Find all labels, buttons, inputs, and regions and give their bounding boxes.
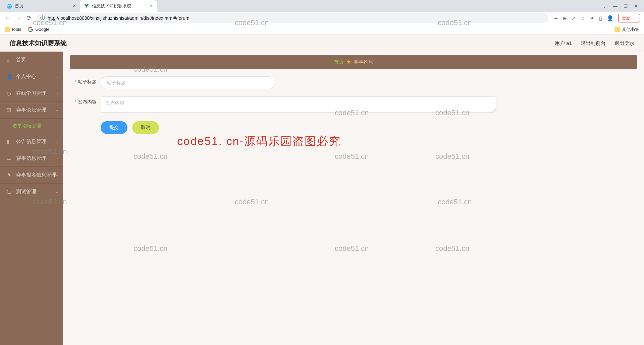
sidebar-item-forum[interactable]: ☑ 赛事论坛管理 ⌄ [0,102,63,119]
bookmarks-bar: tools Google 其他书签 [0,24,644,35]
watermark: code51.cn [435,244,470,253]
tab-app[interactable]: 信息技术知识赛系统 × [80,0,157,12]
tab-home[interactable]: 🌐 首页 × [3,0,80,12]
logout-link[interactable]: 退出登录 [614,40,635,47]
watermark-big: code51. cn-源码乐园盗图必究 [177,134,341,149]
title-input[interactable] [101,76,275,89]
tab-title: 信息技术知识赛系统 [92,3,131,9]
chevron-down-icon[interactable]: ⌄ [603,3,607,9]
window-controls: ⌄ — ☐ ✕ [603,3,644,9]
profile-icon[interactable]: 👤 [607,15,613,21]
content-label: *发布内容 [70,96,97,105]
chevron-down-icon: ⌄ [55,108,58,112]
content: 首页 ★ 赛事论坛 *帖子标题 *发布内容 提交 取消 code51.cn [63,52,644,345]
close-icon[interactable]: × [73,3,76,9]
address-bar: ← → ⟳ ⓘ http://localhost:8080/xinxijishu… [0,12,644,24]
update-button[interactable]: 更新 ⋮ [618,14,640,22]
watermark: code51.cn [133,244,168,253]
star-icon[interactable]: ☆ [581,15,585,21]
user-label[interactable]: 用户 a1 [555,40,572,47]
title-label: *帖子标题 [70,76,97,85]
new-tab-button[interactable]: + [157,3,167,10]
pin-icon: ▮ [7,139,13,145]
watermark: code51.cn [335,244,369,253]
breadcrumb-current: 赛事论坛 [354,59,374,65]
tab-bar: 🌐 首页 × 信息技术知识赛系统 × + ⌄ — ☐ ✕ [0,0,644,12]
watermark: code51.cn [435,152,470,161]
google-icon [28,27,33,32]
chevron-down-icon: ⌄ [55,139,58,144]
clock-icon: ◷ [7,90,13,96]
sidebar-item-event-info[interactable]: ▭ 赛事信息管理 ⌄ [0,150,63,167]
url-text: http://localhost:8080/xinxijishuzhishisa… [48,15,190,21]
chevron-down-icon: ⌄ [55,173,58,177]
chevron-down-icon: ⌄ [55,74,58,79]
watermark: code51.cn [133,152,168,161]
globe-icon: 🌐 [7,3,12,9]
browser-chrome: 🌐 首页 × 信息技术知识赛系统 × + ⌄ — ☐ ✕ ← → ⟳ ⓘ htt… [0,0,644,35]
chevron-down-icon: ⌄ [55,190,58,194]
check-icon: ☑ [7,107,13,113]
chevron-down-icon: ⌄ [55,156,58,160]
watermark: code51.cn [335,152,369,161]
folder-icon [5,27,10,32]
user-icon: 👤 [7,74,13,80]
star-icon: ★ [346,59,351,65]
menu-icon: ⋮ [632,16,636,21]
form-row-content: *发布内容 [70,96,637,114]
vue-icon [84,3,89,9]
share-icon[interactable]: ↗ [572,15,576,21]
maximize-icon[interactable]: ☐ [624,3,628,9]
back-button[interactable]: ← [4,15,11,22]
panel-icon[interactable]: ▯ [599,15,602,21]
forward-button[interactable]: → [15,15,21,22]
bookmark-other[interactable]: 其他书签 [614,26,639,32]
form-buttons: 提交 取消 [101,121,637,134]
sidebar-item-profile[interactable]: 👤 个人中心 ⌄ [0,68,63,85]
tab-title: 首页 [15,3,23,9]
app-body: ⌂ 首页 👤 个人中心 ⌄ ◷ 在线学习管理 ⌄ ☑ 赛事论坛管理 ⌄ 赛事论坛… [0,52,644,345]
sidebar-item-learning[interactable]: ◷ 在线学习管理 ⌄ [0,85,63,102]
monitor-icon: 🖵 [7,189,13,195]
close-icon[interactable]: × [150,3,153,9]
app-title: 信息技术知识赛系统 [9,39,67,48]
info-icon[interactable]: ⓘ [40,15,45,21]
zoom-icon[interactable]: ⊕ [562,15,567,21]
form-row-title: *帖子标题 [70,76,637,89]
bookmark-tools[interactable]: tools [5,27,21,32]
extension-icon[interactable]: ✦ [590,15,594,21]
sidebar: ⌂ 首页 👤 个人中心 ⌄ ◷ 在线学习管理 ⌄ ☑ 赛事论坛管理 ⌄ 赛事论坛… [0,52,63,345]
bookmark-google[interactable]: Google [28,27,49,32]
sidebar-item-signup[interactable]: ⚑ 赛事报名信息管理 ⌄ [0,167,63,184]
sidebar-item-notice[interactable]: ▮ 公告信息管理 ⌄ [0,133,63,150]
breadcrumb: 首页 ★ 赛事论坛 [70,55,637,69]
url-input[interactable]: ⓘ http://localhost:8080/xinxijishuzhishi… [36,13,548,23]
key-icon[interactable]: ⊶ [552,15,558,21]
folder-icon [614,27,620,32]
reload-button[interactable]: ⟳ [25,14,32,22]
submit-button[interactable]: 提交 [101,121,127,134]
content-textarea[interactable] [101,96,496,113]
chevron-down-icon: ⌄ [55,91,58,95]
card-icon: ▭ [7,155,13,161]
flag-icon: ⚑ [7,172,13,178]
sidebar-subitem-forum-manage[interactable]: 赛事论坛管理 [0,119,63,133]
breadcrumb-home[interactable]: 首页 [334,59,344,65]
cancel-button[interactable]: 取消 [132,121,159,134]
home-icon: ⌂ [7,57,13,63]
to-frontend-link[interactable]: 退出到前台 [581,40,606,47]
sidebar-item-home[interactable]: ⌂ 首页 [0,52,63,68]
sidebar-item-test[interactable]: 🖵 测试管理 ⌄ [0,184,63,200]
close-window-icon[interactable]: ✕ [634,3,638,9]
minimize-icon[interactable]: — [613,3,618,9]
app-header: 信息技术知识赛系统 用户 a1 退出到前台 退出登录 [0,35,644,52]
